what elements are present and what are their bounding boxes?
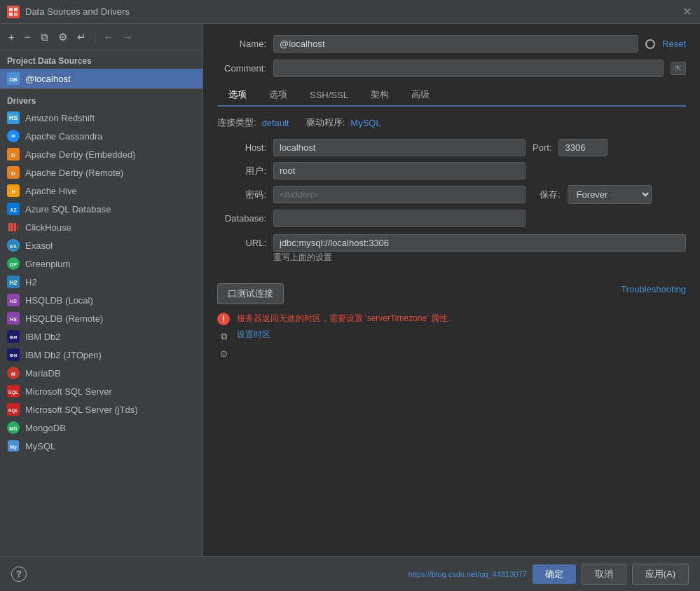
azure-icon: AZ [7,203,20,215]
add-button[interactable]: + [6,30,18,43]
svg-text:EX: EX [10,244,17,249]
mssql-icon: SQL [7,385,20,398]
help-button[interactable]: ? [11,566,27,582]
comment-row: Comment: ⇱ [217,60,686,77]
svg-text:M: M [11,372,15,376]
driver-item-redshift[interactable]: RS Amazon Redshift [0,109,203,127]
user-input[interactable] [273,162,526,179]
error-section: ! ⧉ ⊙ 服务器返回无效的时区，需要设置 'serverTimezone' 属… [217,313,686,359]
url-input[interactable] [273,234,686,252]
driver-item-ibm-db2[interactable]: IBM IBM Db2 [0,327,203,346]
password-input[interactable] [273,186,526,203]
svg-rect-0 [9,8,13,11]
settings-button[interactable]: ⚙ [55,30,70,43]
troubleshoot-link[interactable]: Troubleshooting [621,284,686,294]
driver-item-mongodb[interactable]: MG MongoDB [0,419,203,437]
comment-input[interactable] [273,60,664,77]
ibm-db2-jtopen-icon: IBM [7,348,20,361]
cancel-button[interactable]: 取消 [582,564,626,585]
driver-name: HSQLDB (Local) [25,295,93,306]
bottom-bar: ? https://blog.csdn.net/qq_44813077 确定 取… [0,556,700,591]
globe-icon[interactable]: ⊙ [218,348,229,359]
apply-button[interactable]: 应用(A) [632,564,689,585]
driver-name: Azure SQL Database [25,204,111,215]
name-input[interactable] [273,35,638,53]
svg-text:HS: HS [10,299,17,304]
tab-options2[interactable]: 选项 [258,84,298,107]
driver-item-ibm-db2-jtopen[interactable]: IBM IBM Db2 (JTOpen) [0,346,203,364]
driver-item-hive[interactable]: H Apache Hive [0,182,203,200]
derby-remote-icon: D [7,166,20,179]
expand-button[interactable]: ⇱ [671,62,686,75]
driver-name: IBM Db2 [25,332,61,342]
form-section: Host: Port: 用户: 密码: 保存: Forever Until re… [217,139,686,227]
datasource-item-localhost[interactable]: DB @localhost [0,69,203,88]
driver-value[interactable]: MySQL [350,118,380,128]
driver-name: Apache Hive [25,186,77,196]
driver-item-h2[interactable]: H2 H2 [0,273,203,291]
title-bar: Data Sources and Drivers ✕ [0,0,700,24]
move-button[interactable]: ↵ [74,30,89,43]
tab-options1[interactable]: 选项 [217,84,258,107]
driver-item-clickhouse[interactable]: ClickHouse [0,218,203,236]
driver-item-mssql[interactable]: SQL Microsoft SQL Server [0,382,203,400]
svg-text:H: H [11,189,15,194]
driver-item-derby-embedded[interactable]: D Apache Derby (Embedded) [0,145,203,163]
tab-advanced[interactable]: 高级 [400,84,441,107]
driver-item-greenplum[interactable]: GP Greenplum [0,254,203,273]
database-input[interactable] [273,210,526,227]
driver-name: MySQL [25,441,55,451]
save-select[interactable]: Forever Until restart Never [568,185,652,204]
svg-rect-2 [9,13,13,16]
driver-item-mariadb[interactable]: M MariaDB [0,364,203,382]
host-input[interactable] [273,139,526,156]
driver-item-hsqldb-remote[interactable]: HS HSQLDB (Remote) [0,309,203,327]
svg-text:SQL: SQL [8,390,19,395]
mssql-jtds-icon: SQL [7,403,20,416]
error-icons: ! ⧉ ⊙ [217,313,230,359]
remove-button[interactable]: − [22,30,34,43]
driver-item-azure[interactable]: AZ Azure SQL Database [0,200,203,218]
ok-button[interactable]: 确定 [533,564,576,584]
hsqldb-remote-icon: HS [7,312,20,325]
drivers-label: Drivers [0,88,203,109]
svg-text:IBM: IBM [10,353,18,358]
driver-name: Exasol [25,240,53,251]
reset-button[interactable]: Reset [662,39,686,49]
svg-text:AZ: AZ [10,208,17,212]
ibm-db2-icon: IBM [7,330,20,343]
tab-ssh-ssl[interactable]: SSH/SSL [298,84,359,107]
driver-item-mssql-jtds[interactable]: SQL Microsoft SQL Server (jTds) [0,400,203,419]
driver-name: MongoDB [25,423,66,433]
host-row: Host: Port: [217,139,686,156]
right-panel: Name: Reset Comment: ⇱ 选项 选项 SSH/SSL 架构 … [203,24,700,556]
forward-button[interactable]: → [121,30,136,44]
close-button[interactable]: ✕ [682,6,692,18]
bottom-left: ? [11,566,27,582]
copy-button[interactable]: ⧉ [38,30,51,43]
svg-rect-17 [14,223,16,231]
driver-item-cassandra[interactable]: Apache Cassandra [0,127,203,145]
driver-item-derby-remote[interactable]: D Apache Derby (Remote) [0,163,203,182]
driver-item-exasol[interactable]: EX Exasol [0,236,203,254]
driver-item-mysql[interactable]: My MySQL [0,437,203,455]
test-connection-button[interactable]: 口测试连接 [217,283,284,304]
svg-rect-15 [8,223,11,231]
timezone-link[interactable]: 设置时区 [237,330,270,339]
csdn-link[interactable]: https://blog.csdn.net/qq_44813077 [409,570,527,578]
driver-item-hsqldb-local[interactable]: HS HSQLDB (Local) [0,291,203,309]
svg-text:H2: H2 [9,279,18,286]
back-button[interactable]: ← [101,30,116,44]
user-row: 用户: [217,162,686,179]
error-content: 服务器返回无效的时区，需要设置 'serverTimezone' 属性.. 设置… [237,313,686,359]
copy-icon[interactable]: ⧉ [218,331,229,342]
driver-name: Microsoft SQL Server (jTds) [25,405,138,415]
overwrite-link[interactable]: 重写上面的设置 [273,252,686,264]
database-row: Database: [217,210,686,227]
port-input[interactable] [558,139,608,156]
driver-name: Apache Derby (Embedded) [25,149,136,160]
tab-schema[interactable]: 架构 [359,84,400,107]
conn-type-value[interactable]: default [262,118,289,128]
clickhouse-icon [7,221,20,233]
svg-text:GP: GP [10,262,17,267]
